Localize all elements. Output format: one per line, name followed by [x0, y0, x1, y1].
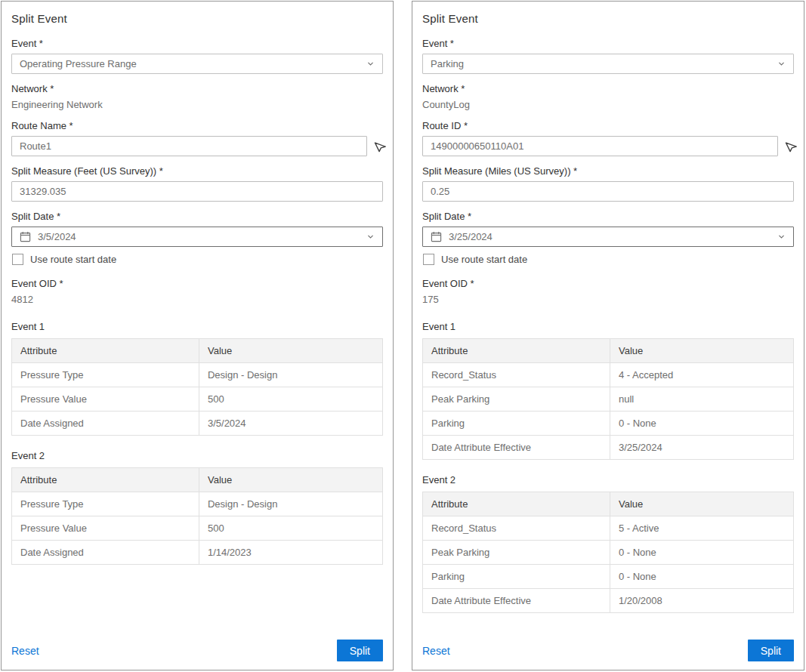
value-column-header: Value — [610, 492, 793, 516]
event2-heading: Event 2 — [11, 450, 383, 461]
page-title: Split Event — [11, 12, 383, 25]
network-value: CountyLog — [422, 99, 794, 110]
reset-link[interactable]: Reset — [11, 645, 39, 657]
event-oid-value: 175 — [422, 294, 794, 305]
split-date-select[interactable]: 3/25/2024 — [422, 227, 794, 247]
reset-link[interactable]: Reset — [422, 645, 450, 657]
table-row: Parking 0 - None — [423, 565, 794, 589]
attribute-cell: Parking — [423, 565, 610, 589]
table-row: Peak Parking 0 - None — [423, 541, 794, 565]
chevron-down-icon — [777, 60, 786, 68]
value-column-header: Value — [199, 339, 382, 363]
attribute-cell: Parking — [423, 412, 610, 436]
attribute-column-header: Attribute — [423, 492, 610, 516]
value-cell: null — [610, 387, 793, 412]
page-title: Split Event — [422, 12, 794, 25]
split-date-select[interactable]: 3/5/2024 — [11, 227, 383, 247]
attribute-cell: Date Assigned — [12, 541, 199, 565]
table-header-row: Attribute Value — [12, 468, 383, 492]
network-value: Engineering Network — [11, 99, 383, 110]
value-cell: 3/5/2024 — [199, 412, 382, 436]
event2-table: Attribute Value Pressure Type Design - D… — [11, 467, 383, 565]
route-field-row — [11, 136, 388, 156]
calendar-icon — [20, 231, 31, 242]
event-select-value: Parking — [431, 58, 771, 69]
table-row: Parking 0 - None — [423, 412, 794, 436]
event2-heading: Event 2 — [422, 474, 794, 486]
attribute-cell: Record_Status — [423, 363, 610, 387]
route-label: Route ID * — [422, 120, 794, 131]
route-label: Route Name * — [11, 120, 383, 131]
attribute-cell: Date Attribute Effective — [423, 589, 610, 613]
value-column-header: Value — [199, 468, 382, 492]
attribute-column-header: Attribute — [12, 468, 199, 492]
chevron-down-icon — [366, 60, 375, 68]
value-column-header: Value — [610, 339, 793, 363]
split-event-panel-right: Split Event Event * Parking Network * Co… — [412, 1, 804, 670]
attribute-cell: Peak Parking — [423, 541, 610, 565]
route-field-row — [422, 136, 798, 156]
table-row: Pressure Type Design - Design — [12, 363, 383, 387]
event-oid-label: Event OID * — [422, 278, 794, 289]
split-button[interactable]: Split — [337, 640, 383, 661]
event2-table: Attribute Value Record_Status 5 - Active… — [422, 492, 794, 613]
event-label: Event * — [11, 38, 383, 49]
use-route-start-date-label: Use route start date — [441, 254, 527, 265]
route-input[interactable] — [11, 136, 367, 156]
attribute-column-header: Attribute — [423, 339, 610, 363]
panel-footer: Reset Split — [11, 640, 383, 661]
use-route-start-date-checkbox[interactable] — [423, 254, 434, 265]
map-pointer-icon[interactable] — [374, 140, 388, 153]
network-label: Network * — [422, 83, 794, 94]
chevron-down-icon — [777, 233, 786, 241]
value-cell: Design - Design — [199, 363, 382, 387]
event-select-value: Operating Pressure Range — [20, 58, 360, 69]
table-row: Pressure Value 500 — [12, 516, 383, 541]
split-measure-label: Split Measure (Feet (US Survey)) * — [11, 165, 383, 177]
split-measure-label: Split Measure (Miles (US Survey)) * — [422, 165, 794, 177]
value-cell: 500 — [199, 387, 382, 412]
table-header-row: Attribute Value — [12, 339, 383, 363]
attribute-cell: Pressure Type — [12, 492, 199, 516]
event-select[interactable]: Operating Pressure Range — [11, 54, 383, 74]
table-row: Record_Status 5 - Active — [423, 516, 794, 541]
table-header-row: Attribute Value — [423, 492, 794, 516]
use-route-start-date-checkbox[interactable] — [12, 254, 23, 265]
route-input[interactable] — [422, 136, 778, 156]
attribute-cell: Peak Parking — [423, 387, 610, 412]
split-measure-input[interactable] — [422, 181, 794, 202]
value-cell: 0 - None — [610, 565, 793, 589]
value-cell: Design - Design — [199, 492, 382, 516]
event1-heading: Event 1 — [422, 321, 794, 332]
split-event-panel-left: Split Event Event * Operating Pressure R… — [1, 1, 394, 670]
table-row: Date Attribute Effective 1/20/2008 — [423, 589, 794, 613]
table-row: Peak Parking null — [423, 387, 794, 412]
attribute-cell: Pressure Type — [12, 363, 199, 387]
table-row: Pressure Type Design - Design — [12, 492, 383, 516]
event-oid-label: Event OID * — [11, 278, 383, 289]
split-button[interactable]: Split — [748, 640, 794, 661]
value-cell: 0 - None — [610, 541, 793, 565]
split-measure-input[interactable] — [11, 181, 383, 202]
calendar-icon — [431, 231, 442, 242]
event-label: Event * — [422, 38, 794, 49]
event1-table: Attribute Value Pressure Type Design - D… — [11, 338, 383, 436]
value-cell: 1/20/2008 — [610, 589, 793, 613]
use-route-start-date-label: Use route start date — [30, 254, 116, 265]
value-cell: 4 - Accepted — [610, 363, 793, 387]
panel-footer: Reset Split — [422, 640, 794, 661]
split-date-value: 3/25/2024 — [449, 231, 771, 242]
attribute-column-header: Attribute — [12, 339, 199, 363]
table-row: Pressure Value 500 — [12, 387, 383, 412]
event-select[interactable]: Parking — [422, 54, 794, 74]
table-row: Date Assigned 1/14/2023 — [12, 541, 383, 565]
map-pointer-icon[interactable] — [785, 140, 798, 153]
table-row: Date Assigned 3/5/2024 — [12, 412, 383, 436]
value-cell: 3/25/2024 — [610, 436, 793, 460]
value-cell: 500 — [199, 516, 382, 541]
value-cell: 0 - None — [610, 412, 793, 436]
event1-heading: Event 1 — [11, 321, 383, 332]
use-route-start-date-row: Use route start date — [423, 254, 794, 265]
value-cell: 5 - Active — [610, 516, 793, 541]
table-row: Date Attribute Effective 3/25/2024 — [423, 436, 794, 460]
